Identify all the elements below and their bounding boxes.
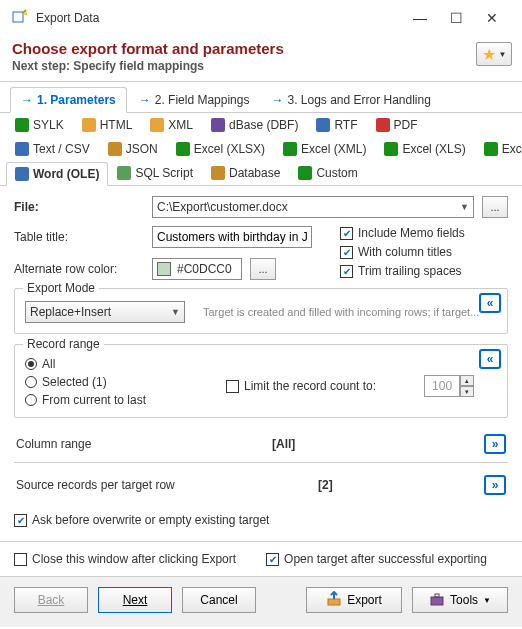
export-mode-combo[interactable]: Replace+Insert ▼	[25, 301, 185, 323]
section-title: Record range	[23, 337, 104, 351]
format-tab-json[interactable]: JSON	[99, 137, 167, 161]
format-tab-word-ole-[interactable]: Word (OLE)	[6, 162, 108, 186]
format-tab-excel-ole-[interactable]: Excel (OLE)	[475, 137, 522, 161]
browse-button[interactable]: ...	[482, 196, 508, 218]
titlebar: Export Data — ☐ ✕	[0, 0, 522, 36]
table-title-input[interactable]	[152, 226, 312, 248]
format-tab-custom[interactable]: Custom	[289, 161, 366, 185]
color-browse-button[interactable]: ...	[250, 258, 276, 280]
include-memo-checkbox[interactable]: ✔Include Memo fields	[340, 226, 465, 240]
file-value: C:\Export\customer.docx	[157, 200, 288, 214]
ask-overwrite-checkbox[interactable]: ✔Ask before overwrite or empty existing …	[14, 513, 508, 527]
step-field-mappings[interactable]: →2. Field Mappings	[129, 87, 260, 113]
format-icon	[384, 142, 398, 156]
close-button[interactable]: ✕	[474, 10, 510, 26]
file-combo[interactable]: C:\Export\customer.docx ▼	[152, 196, 474, 218]
svg-rect-0	[13, 12, 23, 22]
source-per-row: Source records per target row [2] »	[14, 469, 508, 503]
spin-down-icon[interactable]: ▾	[460, 386, 474, 397]
format-icon	[108, 142, 122, 156]
section-title: Export Mode	[23, 281, 99, 295]
format-tab-database[interactable]: Database	[202, 161, 289, 185]
alt-row-color-picker[interactable]: #C0DCC0	[152, 258, 242, 280]
app-icon	[12, 9, 28, 28]
format-tab-pdf[interactable]: PDF	[367, 113, 427, 137]
close-after-export-checkbox[interactable]: Close this window after clicking Export	[14, 552, 236, 566]
format-tab-xml[interactable]: XML	[141, 113, 202, 137]
arrow-icon: →	[271, 93, 283, 107]
tools-button[interactable]: Tools ▼	[412, 587, 508, 613]
parameters-panel: File: C:\Export\customer.docx ▼ ... Tabl…	[0, 186, 522, 541]
format-tab-rtf[interactable]: RTF	[307, 113, 366, 137]
chevron-down-icon: ▼	[460, 202, 469, 212]
file-label: File:	[14, 200, 144, 214]
export-icon	[326, 591, 342, 610]
range-all-radio[interactable]: All	[25, 357, 146, 371]
with-column-titles-checkbox[interactable]: ✔With column titles	[340, 245, 465, 259]
expand-button[interactable]: »	[484, 434, 506, 454]
toolbox-icon	[429, 591, 445, 610]
window-title: Export Data	[36, 11, 402, 25]
format-icon	[376, 118, 390, 132]
limit-record-checkbox[interactable]: Limit the record count to:	[226, 379, 376, 393]
format-tab-html[interactable]: HTML	[73, 113, 142, 137]
arrow-icon: →	[21, 93, 33, 107]
chevron-down-icon: ▼	[483, 596, 491, 605]
collapse-button[interactable]: «	[479, 349, 501, 369]
chevron-down-icon: ▼	[171, 307, 180, 317]
record-range-section: Record range « All Selected (1) From cur…	[14, 344, 508, 418]
format-tab-excel-xlsx-[interactable]: Excel (XLSX)	[167, 137, 274, 161]
limit-record-spinner[interactable]: ▴▾	[424, 375, 474, 397]
star-icon: ★	[482, 45, 496, 64]
trim-trailing-spaces-checkbox[interactable]: ✔Trim trailing spaces	[340, 264, 465, 278]
format-tab-sylk[interactable]: SYLK	[6, 113, 73, 137]
arrow-icon: →	[139, 93, 151, 107]
wizard-steps: →1. Parameters →2. Field Mappings →3. Lo…	[0, 82, 522, 113]
format-tab-excel-xml-[interactable]: Excel (XML)	[274, 137, 375, 161]
format-icon	[82, 118, 96, 132]
collapse-button[interactable]: «	[479, 293, 501, 313]
cancel-button[interactable]: Cancel	[182, 587, 256, 613]
footer-buttons: Back Next Cancel Export Tools ▼	[0, 576, 522, 627]
format-tab-dbase-dbf-[interactable]: dBase (DBF)	[202, 113, 307, 137]
format-tab-excel-xls-[interactable]: Excel (XLS)	[375, 137, 474, 161]
range-selected-radio[interactable]: Selected (1)	[25, 375, 146, 389]
alt-row-color-label: Alternate row color:	[14, 262, 144, 276]
format-tab-sql-script[interactable]: SQL Script	[108, 161, 202, 185]
source-per-row-value: [2]	[318, 478, 333, 492]
export-mode-section: Export Mode « Replace+Insert ▼ Target is…	[14, 288, 508, 334]
spin-up-icon[interactable]: ▴	[460, 375, 474, 386]
step-parameters[interactable]: →1. Parameters	[10, 87, 127, 113]
format-tab-text-csv[interactable]: Text / CSV	[6, 137, 99, 161]
column-range-value: [All]	[272, 437, 295, 451]
maximize-button[interactable]: ☐	[438, 10, 474, 26]
color-swatch	[157, 262, 171, 276]
export-button[interactable]: Export	[306, 587, 402, 613]
header: Choose export format and parameters Next…	[0, 36, 522, 82]
format-icon	[117, 166, 131, 180]
format-icon	[298, 166, 312, 180]
column-range-row: Column range [All] »	[14, 428, 508, 463]
format-icon	[15, 142, 29, 156]
range-from-current-radio[interactable]: From current to last	[25, 393, 146, 407]
minimize-button[interactable]: —	[402, 10, 438, 26]
svg-rect-1	[328, 599, 340, 605]
format-icon	[150, 118, 164, 132]
next-button[interactable]: Next	[98, 587, 172, 613]
back-button[interactable]: Back	[14, 587, 88, 613]
chevron-down-icon: ▼	[499, 50, 507, 59]
format-icon	[484, 142, 498, 156]
open-target-checkbox[interactable]: ✔Open target after successful exporting	[266, 552, 487, 566]
format-icon	[15, 118, 29, 132]
favorites-button[interactable]: ★ ▼	[476, 42, 512, 66]
format-icon	[211, 166, 225, 180]
export-mode-hint: Target is created and filled with incomi…	[203, 306, 479, 318]
step-logs-errors[interactable]: →3. Logs and Error Handling	[261, 87, 440, 113]
format-icon	[316, 118, 330, 132]
format-icon	[211, 118, 225, 132]
footer-options: Close this window after clicking Export …	[0, 541, 522, 576]
format-icon	[283, 142, 297, 156]
format-icon	[176, 142, 190, 156]
page-title: Choose export format and parameters	[12, 40, 510, 57]
expand-button[interactable]: »	[484, 475, 506, 495]
